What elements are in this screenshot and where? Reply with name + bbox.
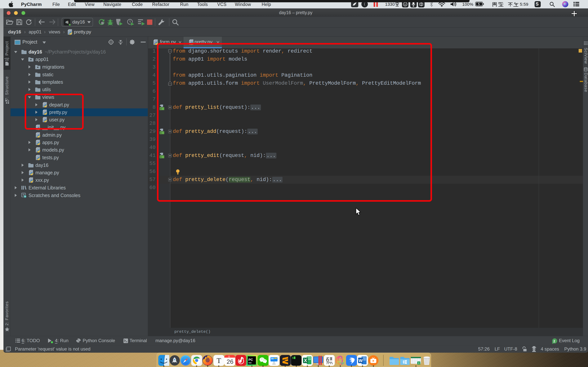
svg-text:PC: PC <box>249 358 253 362</box>
svg-text:W: W <box>359 358 363 363</box>
svg-text:T: T <box>217 357 221 365</box>
svg-text:$: $ <box>292 357 294 360</box>
svg-text:26: 26 <box>227 358 233 365</box>
svg-text:X: X <box>418 362 420 365</box>
svg-text:X: X <box>304 358 307 363</box>
svg-text:2: 2 <box>553 340 555 343</box>
svg-text:11: 11 <box>228 355 230 358</box>
